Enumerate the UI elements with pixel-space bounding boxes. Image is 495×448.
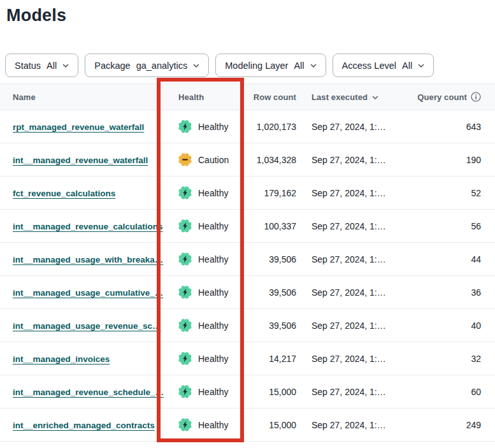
healthy-badge-icon bbox=[178, 120, 192, 133]
page-title: Models bbox=[6, 6, 495, 25]
query-count-value: 40 bbox=[398, 321, 495, 331]
query-count-value: 249 bbox=[398, 420, 495, 430]
chevron-down-icon bbox=[418, 64, 424, 68]
query-count-value: 36 bbox=[398, 287, 495, 298]
row-count-value: 15,000 bbox=[242, 387, 296, 397]
model-name-link[interactable]: fct_revenue_calculations bbox=[13, 189, 115, 198]
model-name-link[interactable]: rpt_managed_revenue_waterfall bbox=[13, 122, 144, 132]
info-icon[interactable] bbox=[471, 92, 481, 102]
column-header-last-executed-label: Last executed bbox=[312, 92, 368, 102]
filter-bar: StatusAllPackagega_analyticsModeling Lay… bbox=[5, 54, 495, 77]
column-header-name[interactable]: Name bbox=[0, 92, 168, 102]
table-body: rpt_managed_revenue_waterfallHealthy1,02… bbox=[0, 110, 495, 442]
filter-label: Package bbox=[94, 61, 130, 71]
health-status-cell: Healthy bbox=[168, 186, 242, 199]
model-name-link[interactable]: int__managed_revenue_schedule_… bbox=[13, 387, 164, 397]
model-name-cell: fct_revenue_calculations bbox=[0, 187, 168, 199]
model-name-link[interactable]: int__managed_revenue_calculations bbox=[13, 222, 163, 231]
query-count-value: 44 bbox=[398, 254, 495, 264]
row-count-value: 15,000 bbox=[242, 420, 296, 430]
model-name-cell: int__managed_usage_with_breaka… bbox=[0, 254, 168, 265]
last-executed-value: Sep 27, 2024, 1:… bbox=[296, 354, 398, 364]
model-name-cell: int__managed_invoices bbox=[0, 353, 168, 365]
model-name-link[interactable]: int__managed_usage_cumulative_… bbox=[13, 288, 163, 298]
model-name-link[interactable]: int__managed_usage_with_breaka… bbox=[13, 255, 163, 264]
healthy-badge-icon bbox=[178, 418, 192, 431]
filter-label: Status bbox=[15, 61, 41, 71]
filter-label: Access Level bbox=[342, 61, 396, 71]
model-name-cell: int__managed_revenue_waterfall bbox=[0, 154, 168, 166]
healthy-badge-icon bbox=[178, 285, 192, 299]
health-status-label: Healthy bbox=[198, 387, 228, 397]
health-status-label: Healthy bbox=[198, 321, 228, 331]
health-status-label: Healthy bbox=[198, 254, 228, 264]
table-row: int__managed_usage_revenue_sc…Healthy39,… bbox=[0, 309, 495, 342]
filter-value: All bbox=[294, 61, 304, 71]
filter-package[interactable]: Packagega_analytics bbox=[85, 54, 209, 77]
health-status-cell: Healthy bbox=[168, 418, 242, 431]
filter-status[interactable]: StatusAll bbox=[5, 54, 78, 77]
table-row: int__managed_usage_cumulative_…Healthy39… bbox=[0, 276, 495, 309]
row-count-value: 179,162 bbox=[242, 188, 296, 198]
table-row: int__managed_revenue_calculationsHealthy… bbox=[0, 210, 495, 243]
health-status-cell: Healthy bbox=[168, 352, 242, 365]
healthy-badge-icon bbox=[178, 352, 192, 365]
last-executed-value: Sep 27, 2024, 1:… bbox=[296, 122, 398, 132]
chevron-down-icon bbox=[193, 64, 199, 68]
model-name-cell: rpt_managed_revenue_waterfall bbox=[0, 121, 168, 133]
healthy-badge-icon bbox=[178, 219, 192, 233]
health-status-label: Healthy bbox=[198, 420, 228, 430]
table-row: rpt_managed_revenue_waterfallHealthy1,02… bbox=[0, 110, 495, 143]
row-count-value: 14,217 bbox=[242, 354, 296, 364]
query-count-value: 32 bbox=[398, 354, 495, 364]
filter-modeling-layer[interactable]: Modeling LayerAll bbox=[215, 54, 326, 77]
query-count-value: 60 bbox=[398, 387, 495, 397]
filter-value: All bbox=[402, 61, 412, 71]
healthy-badge-icon bbox=[178, 319, 192, 332]
filter-access-level[interactable]: Access LevelAll bbox=[333, 54, 434, 77]
table-row: int__enriched_managed_contractsHealthy15… bbox=[0, 408, 495, 442]
model-name-cell: int__managed_usage_cumulative_… bbox=[0, 287, 168, 298]
query-count-value: 643 bbox=[398, 122, 495, 132]
health-status-cell: Healthy bbox=[168, 252, 242, 266]
model-name-cell: int__managed_usage_revenue_sc… bbox=[0, 320, 168, 331]
last-executed-value: Sep 27, 2024, 1:… bbox=[296, 287, 398, 298]
last-executed-value: Sep 27, 2024, 1:… bbox=[296, 321, 398, 331]
health-status-label: Caution bbox=[198, 155, 229, 165]
caution-badge-icon bbox=[178, 153, 192, 166]
healthy-badge-icon bbox=[178, 252, 192, 266]
query-count-value: 52 bbox=[398, 188, 495, 198]
health-status-label: Healthy bbox=[198, 221, 228, 231]
table-header-row: Name Health Row count Last executed Quer… bbox=[0, 83, 495, 110]
row-count-value: 39,506 bbox=[242, 321, 296, 331]
column-header-health[interactable]: Health bbox=[168, 92, 242, 102]
query-count-value: 56 bbox=[398, 221, 495, 231]
chevron-down-icon bbox=[62, 64, 69, 68]
models-table: Name Health Row count Last executed Quer… bbox=[0, 83, 495, 442]
model-name-link[interactable]: int__managed_usage_revenue_sc… bbox=[13, 321, 161, 331]
column-header-query-count[interactable]: Query count bbox=[398, 92, 495, 102]
last-executed-value: Sep 27, 2024, 1:… bbox=[296, 221, 398, 231]
health-status-label: Healthy bbox=[198, 188, 228, 198]
row-count-value: 100,337 bbox=[242, 221, 296, 231]
column-header-row-count[interactable]: Row count bbox=[242, 92, 296, 102]
sort-chevron-down-icon[interactable] bbox=[372, 96, 378, 100]
last-executed-value: Sep 27, 2024, 1:… bbox=[296, 387, 398, 397]
health-status-cell: Healthy bbox=[168, 319, 242, 332]
table-row: int__managed_revenue_waterfallCaution1,0… bbox=[0, 143, 495, 177]
row-count-value: 1,034,328 bbox=[242, 155, 296, 165]
column-header-last-executed[interactable]: Last executed bbox=[296, 92, 398, 102]
health-status-cell: Healthy bbox=[168, 385, 242, 398]
healthy-badge-icon bbox=[178, 186, 192, 199]
table-row: fct_revenue_calculationsHealthy179,162Se… bbox=[0, 177, 495, 210]
model-name-link[interactable]: int__managed_revenue_waterfall bbox=[13, 155, 148, 165]
column-header-query-count-label: Query count bbox=[417, 92, 467, 102]
health-status-cell: Caution bbox=[168, 153, 242, 166]
healthy-badge-icon bbox=[178, 385, 192, 398]
table-row: int__managed_revenue_schedule_…Healthy15… bbox=[0, 375, 495, 408]
model-name-link[interactable]: int__managed_invoices bbox=[13, 354, 110, 364]
health-status-label: Healthy bbox=[198, 287, 228, 298]
model-name-link[interactable]: int__enriched_managed_contracts bbox=[13, 421, 155, 430]
filter-value: ga_analytics bbox=[136, 61, 188, 71]
model-name-cell: int__managed_revenue_calculations bbox=[0, 220, 168, 232]
